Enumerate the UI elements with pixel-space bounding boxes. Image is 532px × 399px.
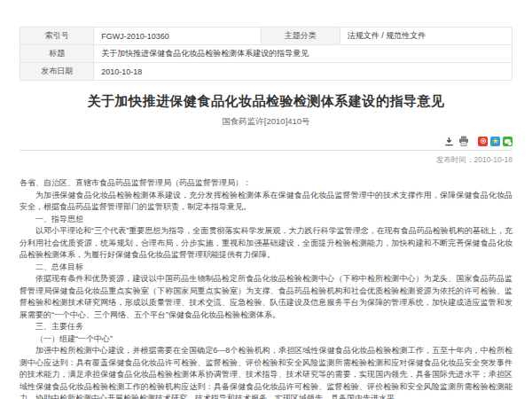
table-row: 发布日期 2010-10-18 <box>20 63 512 81</box>
page-title: 关于加快推进保健食品化妆品检验检测体系建设的指导意见 <box>20 93 512 110</box>
table-row: 标题 关于加快推进保健食品化妆品检验检测体系建设的指导意见 <box>20 45 512 63</box>
index-number-label: 索引号 <box>20 27 94 45</box>
section-heading-2: 二、总体目标 <box>20 262 512 274</box>
salutation-paragraph: 各省、自治区、直辖市食品药品监督管理局（药品监督管理局）： <box>20 177 512 190</box>
print-icon[interactable] <box>458 136 469 146</box>
publish-date-label: 发布日期 <box>20 63 94 81</box>
download-icon[interactable] <box>443 136 454 146</box>
publish-date-value: 2010-10-18 <box>94 63 512 81</box>
wechat-share-icon[interactable] <box>503 137 512 146</box>
title-value: 关于加快推进保健食品化妆品检验检测体系建设的指导意见 <box>94 45 512 63</box>
divider <box>20 150 512 151</box>
section-heading-1: 一、指导思想 <box>20 214 512 226</box>
title-label: 标题 <box>20 45 94 63</box>
share-buttons: ★ <box>478 137 512 146</box>
qzone-share-icon[interactable]: ★ <box>490 137 500 146</box>
publish-time-value: 2010-10-18 <box>474 155 512 164</box>
subject-category-label: 主题分类 <box>261 27 340 45</box>
section-heading-3: 三、主要任务 <box>20 321 512 333</box>
meta-info-table: 索引号 FGWJ-2010-10360 主题分类 法规文件 / 规范性文件 标题… <box>20 27 512 81</box>
table-row: 索引号 FGWJ-2010-10360 主题分类 法规文件 / 规范性文件 <box>20 27 512 45</box>
document-body: 各省、自治区、直辖市食品药品监督管理局（药品监督管理局）： 为加强保健食品化妆品… <box>20 177 512 399</box>
paragraph: 以邓小平理论和“三个代表”重要思想为指导，全面贯彻落实科学发展观，大力践行科学监… <box>20 225 512 262</box>
paragraph: 加强中检所检测中心建设，并根据需要在全国确定6—8个检验机构，承担区域性保健食品… <box>20 345 512 399</box>
paragraph: 依据现有条件和优势资源，建设以中国药品生物制品检定所食品化妆品检验检测中心（下称… <box>20 273 512 321</box>
publish-time: 发布时间：2010-10-18 <box>20 155 512 166</box>
index-number-value: FGWJ-2010-10360 <box>94 27 262 45</box>
document-number: 国食药监许[2010]410号 <box>20 116 512 128</box>
publish-time-label: 发布时间： <box>436 155 474 164</box>
weibo-eye-glyph <box>481 138 486 144</box>
subsection-heading: （一）组建“一个中心” <box>20 333 512 346</box>
subject-category-value: 法规文件 / 规范性文件 <box>340 27 512 45</box>
paragraph: 为加强保健食品化妆品检验检测体系建设，充分发挥检验检测体系在保健食品化妆品监督管… <box>20 190 512 214</box>
wechat-bubble-glyph <box>505 139 511 144</box>
weibo-share-icon[interactable] <box>478 137 488 146</box>
toolbar: ★ <box>20 136 512 146</box>
document-page: 索引号 FGWJ-2010-10360 主题分类 法规文件 / 规范性文件 标题… <box>0 0 532 399</box>
